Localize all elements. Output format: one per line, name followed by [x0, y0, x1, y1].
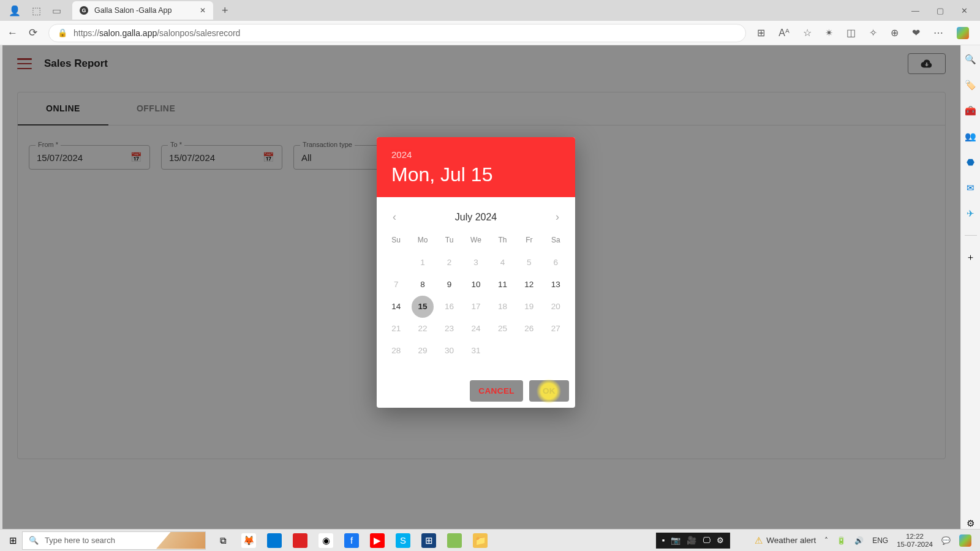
calendar-day[interactable]: 22 [412, 318, 434, 340]
dow-header: Th [489, 230, 516, 252]
windows-taskbar: ⊞ 🔍 Type here to search ⧉ 🦊 ◉ f ▶ S ⊞ 📁 … [0, 529, 980, 551]
search-icon[interactable]: 🔍 [965, 54, 976, 65]
calendar-day[interactable]: 30 [439, 340, 461, 362]
app-icon[interactable]: ⊞ [757, 27, 765, 39]
calendar-day[interactable]: 4 [491, 252, 513, 274]
edge-icon[interactable] [267, 533, 282, 548]
volume-icon[interactable]: 🔊 [854, 536, 864, 545]
calendar-day[interactable]: 10 [465, 274, 487, 296]
weather-widget[interactable]: ⚠ Weather alert [755, 535, 816, 546]
tray-up-icon[interactable]: ˄ [824, 536, 828, 545]
gear-icon: ⚙ [717, 536, 724, 545]
new-tab-button[interactable]: + [213, 4, 237, 17]
lang-indicator[interactable]: ENG [872, 536, 888, 545]
calendar-day[interactable]: 21 [385, 318, 407, 340]
calendar-day[interactable]: 31 [465, 340, 487, 362]
add-icon[interactable]: ＋ [966, 252, 975, 263]
calendar-day[interactable]: 3 [465, 252, 487, 274]
calendar-day[interactable]: 5 [518, 252, 540, 274]
calendar-day[interactable]: 16 [439, 296, 461, 318]
calendar-day[interactable]: 29 [412, 340, 434, 362]
shopping-tag-icon[interactable]: 🏷️ [965, 80, 976, 91]
extensions-icon[interactable]: ✴ [825, 27, 833, 39]
app-icon[interactable] [447, 533, 462, 548]
facebook-icon[interactable]: f [344, 533, 359, 548]
sidebar-divider [965, 235, 977, 236]
battery-icon[interactable]: 🔋 [837, 536, 846, 545]
calendar-day[interactable]: 9 [439, 274, 461, 296]
profile-icon[interactable]: 👤 [9, 5, 21, 17]
calendar-day[interactable]: 1 [412, 252, 434, 274]
calendar-day[interactable]: 26 [518, 318, 540, 340]
calendar-day[interactable]: 13 [545, 274, 567, 296]
copilot-icon[interactable] [957, 27, 969, 39]
search-placeholder: Type here to search [45, 536, 115, 545]
send-icon[interactable]: ✈ [967, 208, 974, 219]
calendar-day[interactable]: 11 [491, 274, 513, 296]
start-button[interactable]: ⊞ [4, 535, 22, 546]
window-close-icon[interactable]: ✕ [961, 6, 968, 15]
task-view-icon[interactable]: ⧉ [216, 533, 230, 548]
picker-year[interactable]: 2024 [391, 149, 560, 160]
prev-month-icon[interactable]: ‹ [389, 211, 400, 223]
store-icon[interactable]: ⊞ [421, 533, 436, 548]
calendar-day[interactable]: 2 [439, 252, 461, 274]
calendar-day[interactable]: 17 [465, 296, 487, 318]
calendar-day[interactable]: 12 [518, 274, 540, 296]
collections-icon[interactable]: ✧ [869, 27, 877, 39]
calendar-day[interactable]: 20 [545, 296, 567, 318]
tab-actions-icon[interactable]: ▭ [52, 5, 61, 17]
toolbox-icon[interactable]: 🧰 [965, 105, 976, 116]
firefox-icon[interactable]: 🦊 [241, 533, 256, 548]
browser-tab[interactable]: G Galla Salon -Galla App ✕ [72, 1, 213, 20]
back-icon[interactable]: ← [7, 27, 18, 39]
window-minimize-icon[interactable]: — [911, 6, 919, 15]
skype-icon[interactable]: S [396, 533, 410, 548]
calendar-day[interactable]: 6 [545, 252, 567, 274]
settings-icon[interactable]: ⚙ [967, 518, 974, 529]
copilot-taskbar-icon[interactable] [959, 534, 971, 547]
next-month-icon[interactable]: › [552, 211, 563, 223]
taskbar-search[interactable]: 🔍 Type here to search [22, 531, 206, 550]
refresh-icon[interactable]: ⟳ [29, 26, 37, 39]
chrome-icon[interactable]: ◉ [318, 533, 333, 548]
dow-header: Fr [516, 230, 542, 252]
tab-close-icon[interactable]: ✕ [200, 6, 206, 15]
url-field[interactable]: 🔒 https://salon.galla.app/salonpos/sales… [48, 24, 746, 42]
workspaces-icon[interactable]: ⬚ [32, 5, 41, 17]
window-maximize-icon[interactable]: ▢ [937, 6, 944, 15]
explorer-icon[interactable]: 📁 [473, 533, 488, 548]
calendar-day[interactable]: 18 [491, 296, 513, 318]
dow-header: We [462, 230, 489, 252]
people-icon[interactable]: 👥 [965, 131, 976, 142]
outlook-icon[interactable]: ✉ [967, 182, 974, 193]
calendar-day[interactable]: 7 [385, 274, 407, 296]
ok-button[interactable]: OK [529, 380, 569, 402]
clock[interactable]: 12:22 15-07-2024 [897, 533, 933, 549]
youtube-icon[interactable]: ▶ [370, 533, 385, 548]
camera-cluster[interactable]: ▪ 📷 🎥 🖵 ⚙ [656, 533, 731, 549]
calendar-day[interactable]: 8 [412, 274, 434, 296]
calendar-day[interactable]: 25 [491, 318, 513, 340]
office-icon[interactable]: ⬣ [967, 157, 974, 168]
calendar-day[interactable]: 14 [385, 296, 407, 318]
more-icon[interactable]: ⋯ [933, 27, 943, 39]
sync-icon[interactable]: ⊕ [891, 27, 899, 39]
lock-icon: 🔒 [58, 28, 67, 37]
notifications-icon[interactable]: 💬 [941, 536, 951, 545]
cancel-button[interactable]: CANCEL [470, 380, 523, 402]
calendar-day[interactable]: 27 [545, 318, 567, 340]
shopping-icon[interactable]: ❤ [912, 27, 920, 39]
calendar-day[interactable]: 23 [439, 318, 461, 340]
calendar-day[interactable]: 28 [385, 340, 407, 362]
calendar-day[interactable]: 19 [518, 296, 540, 318]
camera-icon: 📷 [671, 536, 680, 545]
split-icon[interactable]: ◫ [846, 27, 856, 39]
calendar-day[interactable]: 15 [412, 296, 434, 318]
text-size-icon[interactable]: Aᴬ [778, 27, 790, 39]
calendar-day[interactable]: 24 [465, 318, 487, 340]
favorite-icon[interactable]: ☆ [803, 27, 812, 39]
monitor-icon: 🖵 [703, 536, 710, 545]
record-icon[interactable] [293, 533, 307, 548]
edge-sidebar: 🔍 🏷️ 🧰 👥 ⬣ ✉ ✈ ＋ ⚙ [960, 45, 980, 529]
